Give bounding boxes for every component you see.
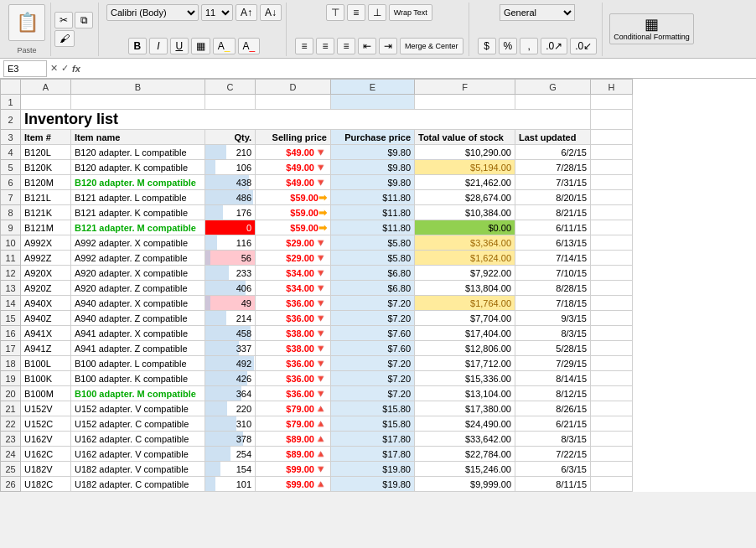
cell-d1[interactable]	[256, 95, 331, 110]
cell-g-14[interactable]: 7/18/15	[515, 296, 591, 311]
cell-a-18[interactable]: B100L	[21, 356, 71, 371]
cancel-icon[interactable]: ✕	[50, 63, 58, 74]
header-item-name[interactable]: Item name	[71, 130, 205, 145]
cell-a-9[interactable]: B121M	[21, 220, 71, 235]
cell-a-17[interactable]: A941Z	[21, 341, 71, 356]
cell-e-9[interactable]: $11.80	[331, 220, 415, 235]
cell-a-24[interactable]: U162C	[21, 447, 71, 462]
cell-h-15[interactable]	[591, 311, 633, 326]
cell-b-21[interactable]: U152 adapter. V compatible	[71, 401, 205, 416]
cell-h-4[interactable]	[591, 145, 633, 160]
cell-qty-11[interactable]: 56	[205, 251, 256, 266]
header-item-num[interactable]: Item #	[21, 130, 71, 145]
cell-g-12[interactable]: 7/10/15	[515, 266, 591, 281]
cell-f-8[interactable]: $10,384.00	[415, 205, 515, 220]
col-header-d[interactable]: D	[256, 80, 331, 95]
cell-f-9[interactable]: $0.00	[415, 220, 515, 235]
cell-qty-6[interactable]: 438	[205, 175, 256, 190]
cell-d-4[interactable]: $49.00🔻	[256, 145, 331, 160]
cell-b-15[interactable]: A940 adapter. Z compatible	[71, 311, 205, 326]
col-header-f[interactable]: F	[415, 80, 515, 95]
currency-button[interactable]: $	[478, 38, 496, 54]
cell-d-16[interactable]: $38.00🔻	[256, 326, 331, 341]
cell-f-18[interactable]: $17,712.00	[415, 356, 515, 371]
cell-f-17[interactable]: $12,806.00	[415, 341, 515, 356]
cut-button[interactable]: ✂	[54, 12, 73, 28]
cell-f-21[interactable]: $17,380.00	[415, 401, 515, 416]
border-button[interactable]: ▦	[191, 38, 210, 54]
cell-f-12[interactable]: $7,922.00	[415, 266, 515, 281]
cell-g-7[interactable]: 8/20/15	[515, 190, 591, 205]
cell-a-16[interactable]: A941X	[21, 326, 71, 341]
header-last-updated[interactable]: Last updated	[515, 130, 591, 145]
cell-qty-9[interactable]: 0	[205, 220, 256, 235]
cell-e-21[interactable]: $15.80	[331, 401, 415, 416]
cell-b-16[interactable]: A941 adapter. X compatible	[71, 326, 205, 341]
cell-h-16[interactable]	[591, 326, 633, 341]
align-left-button[interactable]: ≡	[295, 38, 313, 54]
cell-f-13[interactable]: $13,804.00	[415, 281, 515, 296]
cell-a-20[interactable]: B100M	[21, 386, 71, 401]
cell-h-25[interactable]	[591, 462, 633, 477]
cell-b-8[interactable]: B121 adapter. K compatible	[71, 205, 205, 220]
col-header-e[interactable]: E	[331, 80, 415, 95]
cell-e-23[interactable]: $17.80	[331, 432, 415, 447]
cell-b-5[interactable]: B120 adapter. K compatible	[71, 160, 205, 175]
cell-qty-13[interactable]: 406	[205, 281, 256, 296]
cell-e-18[interactable]: $7.20	[331, 356, 415, 371]
cell-h-24[interactable]	[591, 447, 633, 462]
cell-g-21[interactable]: 8/26/15	[515, 401, 591, 416]
cell-h-18[interactable]	[591, 356, 633, 371]
cell-qty-18[interactable]: 492	[205, 356, 256, 371]
cell-h-11[interactable]	[591, 251, 633, 266]
cell-e-26[interactable]: $19.80	[331, 477, 415, 492]
cell-e-5[interactable]: $9.80	[331, 160, 415, 175]
col-header-h[interactable]: H	[591, 80, 633, 95]
col-header-a[interactable]: A	[21, 80, 71, 95]
indent-decrease-button[interactable]: ⇤	[358, 38, 376, 54]
cell-b-14[interactable]: A940 adapter. X compatible	[71, 296, 205, 311]
increase-decimal-button[interactable]: .0↗	[541, 38, 567, 54]
cell-g-23[interactable]: 8/3/15	[515, 432, 591, 447]
cell-e-20[interactable]: $7.20	[331, 386, 415, 401]
cell-qty-16[interactable]: 458	[205, 326, 256, 341]
cell-d-19[interactable]: $36.00🔻	[256, 371, 331, 386]
cell-e-22[interactable]: $15.80	[331, 416, 415, 432]
cell-h1[interactable]	[591, 95, 633, 110]
cell-f-19[interactable]: $15,336.00	[415, 371, 515, 386]
conditional-formatting-button[interactable]: ▦ Conditional Formatting	[609, 13, 694, 44]
cell-f-11[interactable]: $1,624.00	[415, 251, 515, 266]
decrease-font-button[interactable]: A↓	[260, 4, 282, 21]
cell-e-11[interactable]: $5.80	[331, 251, 415, 266]
cell-d-10[interactable]: $29.00🔻	[256, 235, 331, 251]
cell-b-10[interactable]: A992 adapter. X compatible	[71, 235, 205, 251]
cell-a-15[interactable]: A940Z	[21, 311, 71, 326]
align-top-button[interactable]: ⊤	[326, 4, 344, 21]
col-header-g[interactable]: G	[515, 80, 591, 95]
cell-g-24[interactable]: 7/22/15	[515, 447, 591, 462]
cell-h-22[interactable]	[591, 416, 633, 432]
cell-qty-8[interactable]: 176	[205, 205, 256, 220]
cell-f1[interactable]	[415, 95, 515, 110]
cell-g-8[interactable]: 8/21/15	[515, 205, 591, 220]
cell-reference-input[interactable]: E3	[3, 60, 47, 77]
cell-d-5[interactable]: $49.00🔻	[256, 160, 331, 175]
italic-button[interactable]: I	[149, 38, 168, 54]
cell-qty-22[interactable]: 310	[205, 416, 256, 432]
font-name-select[interactable]: Calibri (Body)	[106, 4, 199, 21]
cell-b-20[interactable]: B100 adapter. M compatible	[71, 386, 205, 401]
cell-g-9[interactable]: 6/11/15	[515, 220, 591, 235]
cell-e-13[interactable]: $6.80	[331, 281, 415, 296]
underline-button[interactable]: U	[170, 38, 189, 54]
cell-b-23[interactable]: U162 adapter. C compatible	[71, 432, 205, 447]
header-total-value[interactable]: Total value of stock	[415, 130, 515, 145]
merge-center-button[interactable]: Merge & Center	[400, 38, 463, 54]
cell-e-8[interactable]: $11.80	[331, 205, 415, 220]
confirm-icon[interactable]: ✓	[61, 63, 69, 74]
cell-d-13[interactable]: $34.00🔻	[256, 281, 331, 296]
cell-g1[interactable]	[515, 95, 591, 110]
cell-d-17[interactable]: $38.00🔻	[256, 341, 331, 356]
header-qty[interactable]: Qty.	[205, 130, 256, 145]
cell-e-12[interactable]: $6.80	[331, 266, 415, 281]
cell-d-23[interactable]: $89.00🔺	[256, 432, 331, 447]
